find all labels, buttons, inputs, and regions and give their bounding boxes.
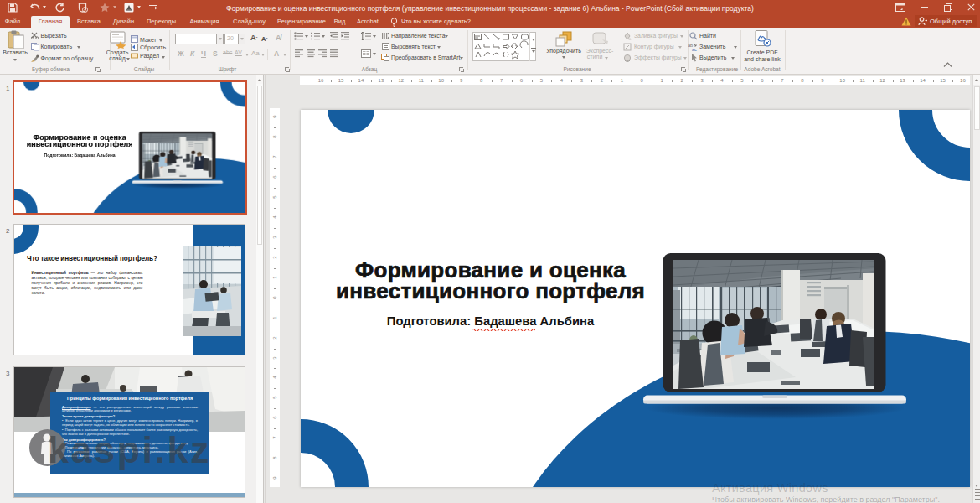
svg-text:ac: ac xyxy=(692,47,697,51)
